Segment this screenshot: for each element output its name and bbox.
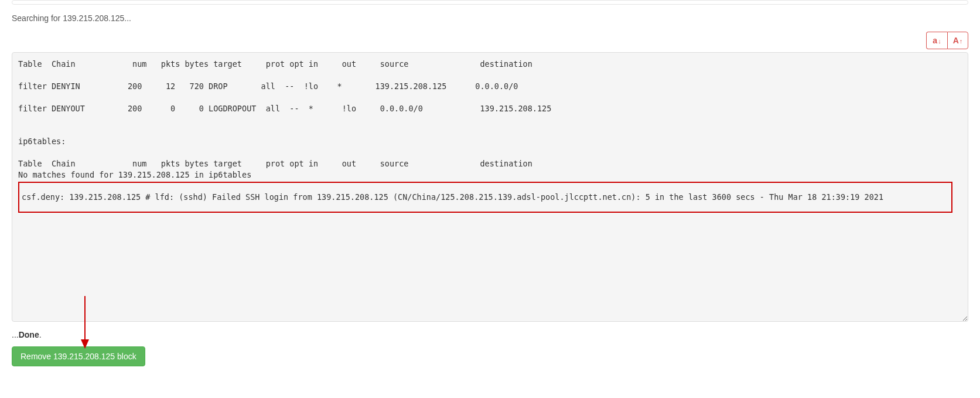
terminal-line: No matches found for 139.215.208.125 in … [18, 170, 251, 179]
terminal-line: ip6tables: [18, 137, 66, 146]
done-label: Done [19, 330, 39, 339]
remove-block-button[interactable]: Remove 139.215.208.125 block [12, 346, 145, 366]
font-increase-label: A [953, 36, 959, 45]
searching-status-text: Searching for 139.215.208.125... [12, 13, 968, 23]
font-decrease-label: a [933, 36, 937, 45]
done-prefix: ... [12, 330, 19, 339]
font-size-controls: aA [926, 32, 968, 49]
terminal-output[interactable]: Table Chain num pkts bytes target prot o… [12, 52, 968, 322]
arrow-down-icon [937, 36, 941, 45]
terminal-line: Table Chain num pkts bytes target prot o… [18, 159, 532, 168]
terminal-line: Table Chain num pkts bytes target prot o… [18, 59, 532, 69]
arrow-up-icon [959, 36, 963, 45]
terminal-line: filter DENYOUT 200 0 0 LOGDROPOUT all --… [18, 104, 551, 113]
font-decrease-button[interactable]: a [926, 32, 947, 49]
font-increase-button[interactable]: A [947, 32, 968, 49]
done-status: ...Done. [12, 330, 968, 339]
panel-top-border [12, 0, 968, 5]
csf-deny-highlight: csf.deny: 139.215.208.125 # lfd: (sshd) … [18, 182, 952, 213]
done-suffix: . [39, 330, 42, 339]
terminal-line: filter DENYIN 200 12 720 DROP all -- !lo… [18, 81, 518, 91]
